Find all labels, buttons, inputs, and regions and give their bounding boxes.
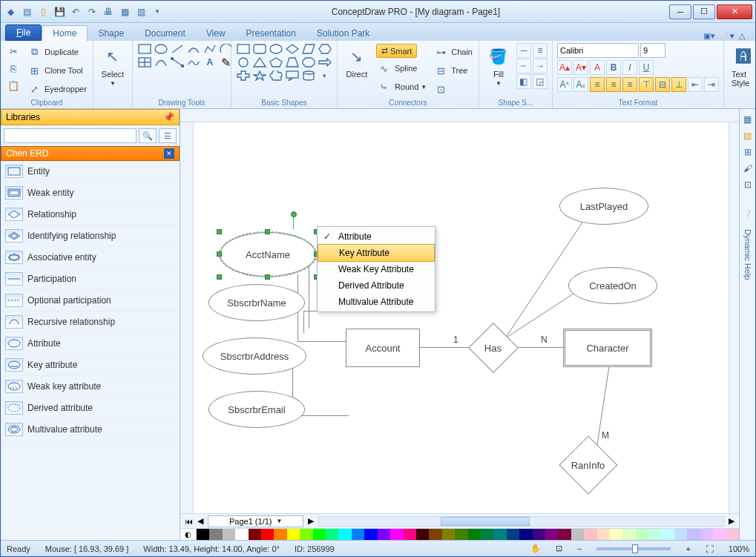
fill-button[interactable]: 🪣 Fill ▼ — [484, 43, 513, 88]
dynamic-help-label[interactable]: Dynamic Help — [743, 229, 752, 280]
pin-icon[interactable]: 📌 — [163, 112, 174, 122]
copy-icon[interactable]: ⎘ — [5, 60, 22, 76]
tool-text[interactable]: A — [203, 56, 217, 68]
color-swatch[interactable] — [274, 529, 286, 540]
page-nav-prev-icon[interactable]: ◀ — [197, 516, 203, 526]
color-swatch[interactable] — [726, 529, 739, 540]
align-top-button[interactable]: ⊤ — [639, 77, 654, 92]
increase-font-button[interactable]: A▴ — [557, 60, 572, 75]
lib-item-identifying-relationship[interactable]: Identifying relationship — [1, 225, 180, 247]
colorbar-options-icon[interactable]: ◐ — [180, 529, 197, 540]
color-swatch[interactable] — [364, 529, 377, 540]
minimize-button[interactable]: ─ — [669, 4, 691, 19]
qat-open-icon[interactable]: ▯ — [36, 5, 50, 19]
qat-undo-icon[interactable]: ↶ — [69, 5, 82, 19]
color-swatch[interactable] — [622, 529, 635, 540]
shape-pentagon[interactable] — [269, 56, 283, 68]
color-swatch[interactable] — [584, 529, 596, 540]
tool-connector[interactable] — [170, 56, 185, 68]
help-icon[interactable]: ❔▾ — [720, 31, 734, 41]
shape-octagon[interactable] — [301, 56, 316, 68]
direct-button[interactable]: ↘ Direct — [342, 43, 372, 80]
connector[interactable] — [416, 347, 472, 348]
library-list-button[interactable]: ☰ — [159, 128, 177, 143]
subscript-button[interactable]: Aₓ — [573, 77, 588, 92]
color-swatch[interactable] — [713, 529, 726, 540]
color-swatch[interactable] — [507, 529, 519, 540]
text-style-button[interactable]: 🅰 Text Style — [729, 43, 756, 89]
shape-sbscrbremail[interactable]: SbscrbrEmail — [208, 391, 305, 428]
shape-arrow[interactable] — [318, 56, 332, 68]
color-swatch[interactable] — [558, 529, 571, 540]
color-swatch[interactable] — [533, 529, 545, 540]
color-swatch[interactable] — [352, 529, 364, 540]
help-icon[interactable]: ❔ — [742, 208, 754, 220]
dash-button[interactable]: ┄ — [516, 59, 531, 73]
shape-character[interactable]: Character — [563, 329, 652, 367]
shape-cylinder[interactable] — [301, 70, 316, 82]
ctx-item-attribute[interactable]: Attribute — [318, 228, 435, 245]
superscript-button[interactable]: Aˣ — [557, 77, 572, 92]
duplicate-button[interactable]: ⧉Duplicate — [24, 43, 88, 61]
lib-item-participation[interactable]: Participation — [1, 268, 180, 290]
shape-diamond[interactable] — [285, 43, 300, 55]
color-swatch[interactable] — [636, 529, 648, 540]
connector[interactable] — [519, 347, 567, 348]
color-swatch[interactable] — [390, 529, 403, 540]
shape-cloud[interactable] — [269, 70, 283, 82]
color-swatch[interactable] — [249, 529, 261, 540]
connector[interactable] — [298, 341, 349, 342]
color-swatch[interactable] — [209, 529, 222, 540]
qat-print-icon[interactable]: 🖶 — [102, 5, 115, 19]
sidepane-icon-1[interactable]: ▦ — [742, 113, 754, 125]
lib-item-relationship[interactable]: Relationship — [1, 204, 180, 225]
font-color-button[interactable]: A — [590, 60, 605, 75]
spline-button[interactable]: ∿Spline — [375, 59, 428, 77]
indent-right-button[interactable]: ⇥ — [704, 77, 719, 92]
color-swatch[interactable] — [378, 529, 390, 540]
round-button[interactable]: ⤷Round▼ — [375, 78, 428, 96]
library-category[interactable]: Chen ERD ✕ — [1, 146, 180, 161]
align-bottom-button[interactable]: ⊥ — [671, 77, 686, 92]
lib-item-key-attribute[interactable]: Key attribute — [1, 355, 180, 376]
library-search-input[interactable] — [4, 128, 137, 143]
shape-rect[interactable] — [236, 43, 251, 55]
sidepane-icon-2[interactable]: ▤ — [742, 130, 754, 142]
lib-item-recursive-relationship[interactable]: Recursive relationship — [1, 312, 180, 333]
line-weight-button[interactable]: ≡ — [533, 43, 548, 58]
line-style-button[interactable]: ─ — [516, 43, 531, 58]
color-swatch[interactable] — [197, 529, 209, 540]
shape-roundrect[interactable] — [252, 43, 267, 55]
cut-icon[interactable]: ✂ — [5, 43, 22, 59]
eyedropper-button[interactable]: ⤢Eyedropper — [24, 80, 88, 98]
color-swatch[interactable] — [648, 529, 661, 540]
shape-has[interactable]: Has — [468, 323, 519, 373]
color-swatch[interactable] — [338, 529, 351, 540]
color-swatch[interactable] — [223, 529, 235, 540]
qat-redo-icon[interactable]: ↷ — [85, 5, 99, 19]
shape-lastplayed[interactable]: LastPlayed — [559, 188, 648, 225]
tool-rect[interactable] — [137, 43, 152, 55]
zoom-slider[interactable] — [596, 547, 671, 550]
close-button[interactable]: ✕ — [717, 4, 752, 19]
color-swatch[interactable] — [326, 529, 338, 540]
lib-item-weak-entity[interactable]: Weak entity — [1, 182, 180, 204]
color-swatch[interactable] — [519, 529, 532, 540]
clone-button[interactable]: ⊞Clone Tool — [24, 62, 88, 79]
tool-ellipse[interactable] — [154, 43, 168, 55]
color-swatch[interactable] — [674, 529, 687, 540]
tab-presentation[interactable]: Presentation — [236, 26, 306, 41]
vscrollbar[interactable] — [729, 122, 739, 513]
search-button[interactable]: 🔍 — [139, 128, 157, 143]
window-icon[interactable]: ▣▾ — [703, 31, 715, 41]
lib-item-weak-key-attribute[interactable]: Weak key attribute — [1, 376, 180, 398]
qat-table-icon[interactable]: ▥ — [134, 5, 148, 19]
color-swatch[interactable] — [416, 529, 429, 540]
tool-bezier[interactable] — [154, 56, 168, 68]
align-right-button[interactable]: ≡ — [622, 77, 637, 92]
color-swatch[interactable] — [235, 529, 248, 540]
tab-solution-park[interactable]: Solution Park — [306, 26, 380, 41]
chain-button[interactable]: ⊶Chain — [431, 43, 474, 61]
select-button[interactable]: ↖ Select ▼ — [98, 43, 128, 88]
tab-home[interactable]: Home — [42, 25, 88, 41]
